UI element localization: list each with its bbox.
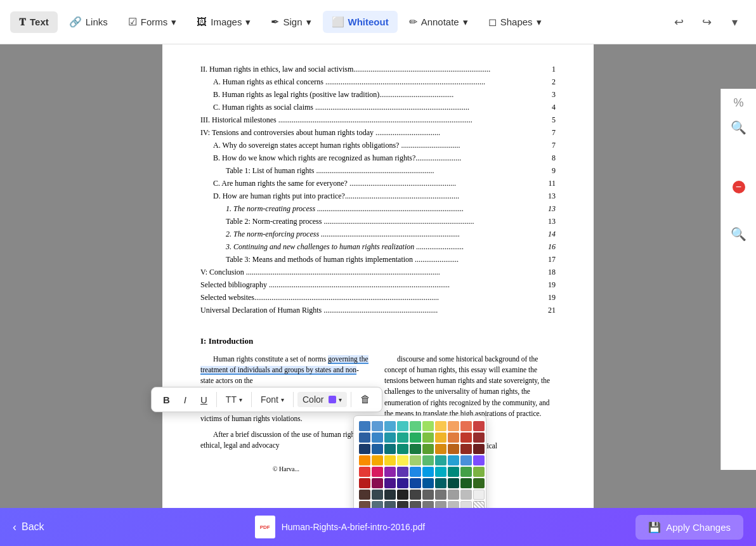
color-swatch[interactable]	[372, 421, 383, 431]
bold-button[interactable]: B	[158, 392, 175, 408]
color-swatch[interactable]	[372, 501, 383, 508]
zoom-out-search-button[interactable]: 🔍	[731, 226, 746, 242]
color-swatch[interactable]	[422, 490, 434, 500]
color-button[interactable]: Color ▾	[297, 392, 347, 407]
font-size-button[interactable]: TT ▾	[221, 392, 247, 407]
color-swatch[interactable]	[422, 501, 434, 508]
color-swatch[interactable]	[372, 432, 383, 443]
color-swatch[interactable]	[435, 490, 446, 500]
color-swatch[interactable]	[359, 432, 370, 443]
color-swatch[interactable]	[435, 455, 446, 465]
color-swatch[interactable]	[448, 467, 459, 477]
whiteout-tool-button[interactable]: ⬜ Whiteout	[323, 11, 398, 33]
color-swatch[interactable]	[359, 478, 370, 488]
forms-tool-button[interactable]: ☑ Forms ▾	[119, 11, 186, 33]
color-swatch[interactable]	[448, 478, 459, 488]
color-swatch[interactable]	[473, 444, 485, 454]
annotate-tool-button[interactable]: ✏ Annotate ▾	[400, 11, 477, 33]
underline-button[interactable]: U	[195, 392, 212, 408]
color-swatch[interactable]	[397, 421, 408, 431]
color-swatch[interactable]	[384, 455, 396, 465]
color-swatch[interactable]	[448, 501, 459, 508]
color-swatch[interactable]	[460, 467, 472, 477]
zoom-out-button[interactable]: −	[733, 181, 745, 193]
color-swatch[interactable]	[422, 455, 434, 465]
color-swatch[interactable]	[448, 421, 459, 431]
color-swatch[interactable]	[384, 467, 396, 477]
color-swatch[interactable]	[359, 421, 370, 431]
color-swatch[interactable]	[410, 490, 421, 500]
color-swatch[interactable]	[460, 478, 472, 488]
color-swatch[interactable]	[460, 421, 472, 431]
color-swatch[interactable]	[410, 478, 421, 488]
color-swatch[interactable]	[410, 467, 421, 477]
color-swatch[interactable]	[460, 501, 472, 508]
color-swatch[interactable]	[359, 501, 370, 508]
color-swatch[interactable]	[397, 444, 408, 454]
color-swatch[interactable]	[422, 432, 434, 443]
color-swatch[interactable]	[410, 455, 421, 465]
links-tool-button[interactable]: 🔗 Links	[60, 11, 117, 33]
color-swatch[interactable]	[359, 444, 370, 454]
color-swatch[interactable]	[410, 432, 421, 443]
zoom-in-button[interactable]: 🔍	[731, 120, 746, 135]
color-swatch[interactable]	[397, 432, 408, 443]
color-swatch[interactable]	[372, 467, 383, 477]
color-swatch-transparent[interactable]	[473, 501, 485, 508]
delete-text-button[interactable]: 🗑	[355, 391, 375, 408]
color-swatch[interactable]	[359, 467, 370, 477]
color-swatch[interactable]	[384, 478, 396, 488]
color-swatch[interactable]	[372, 444, 383, 454]
color-swatch[interactable]	[397, 467, 408, 477]
color-swatch[interactable]	[397, 501, 408, 508]
shapes-tool-button[interactable]: ◻ Shapes ▾	[479, 11, 551, 33]
color-swatch[interactable]	[410, 421, 421, 431]
more-button[interactable]: ▾	[723, 11, 746, 34]
color-swatch[interactable]	[435, 478, 446, 488]
redo-button[interactable]: ↪	[695, 11, 718, 34]
color-swatch[interactable]	[384, 432, 396, 443]
zoom-out-circle[interactable]: −	[733, 181, 745, 193]
color-swatch[interactable]	[460, 490, 472, 500]
color-swatch[interactable]	[435, 432, 446, 443]
color-swatch[interactable]	[359, 455, 370, 465]
color-swatch[interactable]	[384, 490, 396, 500]
text-tool-button[interactable]: 𝐓 Text	[10, 11, 58, 33]
back-button[interactable]: ‹ Back	[13, 521, 44, 534]
color-swatch[interactable]	[384, 501, 396, 508]
color-swatch[interactable]	[435, 421, 446, 431]
color-swatch[interactable]	[410, 444, 421, 454]
zoom-percent[interactable]: %	[733, 96, 743, 110]
color-swatch[interactable]	[359, 490, 370, 500]
sign-tool-button[interactable]: ✒ Sign ▾	[262, 11, 320, 33]
color-swatch[interactable]	[422, 444, 434, 454]
color-swatch[interactable]	[473, 455, 485, 465]
color-swatch[interactable]	[372, 455, 383, 465]
images-tool-button[interactable]: 🖼 Images ▾	[188, 11, 259, 33]
color-swatch[interactable]	[460, 444, 472, 454]
color-swatch[interactable]	[448, 432, 459, 443]
color-swatch[interactable]	[397, 455, 408, 465]
color-swatch[interactable]	[435, 444, 446, 454]
color-swatch[interactable]	[473, 467, 485, 477]
color-swatch[interactable]	[473, 421, 485, 431]
color-swatch[interactable]	[460, 432, 472, 443]
color-swatch[interactable]	[384, 444, 396, 454]
color-swatch[interactable]	[422, 421, 434, 431]
color-swatch[interactable]	[372, 478, 383, 488]
color-swatch[interactable]	[473, 490, 485, 500]
color-swatch[interactable]	[448, 490, 459, 500]
color-swatch[interactable]	[422, 478, 434, 488]
color-swatch[interactable]	[422, 467, 434, 477]
color-swatch[interactable]	[448, 455, 459, 465]
color-swatch[interactable]	[473, 478, 485, 488]
color-swatch[interactable]	[397, 478, 408, 488]
color-swatch[interactable]	[435, 501, 446, 508]
color-swatch[interactable]	[397, 490, 408, 500]
color-swatch[interactable]	[410, 501, 421, 508]
undo-button[interactable]: ↩	[667, 11, 690, 34]
font-button[interactable]: Font ▾	[256, 392, 289, 407]
color-swatch[interactable]	[473, 432, 485, 443]
color-swatch[interactable]	[448, 444, 459, 454]
color-swatch[interactable]	[460, 455, 472, 465]
